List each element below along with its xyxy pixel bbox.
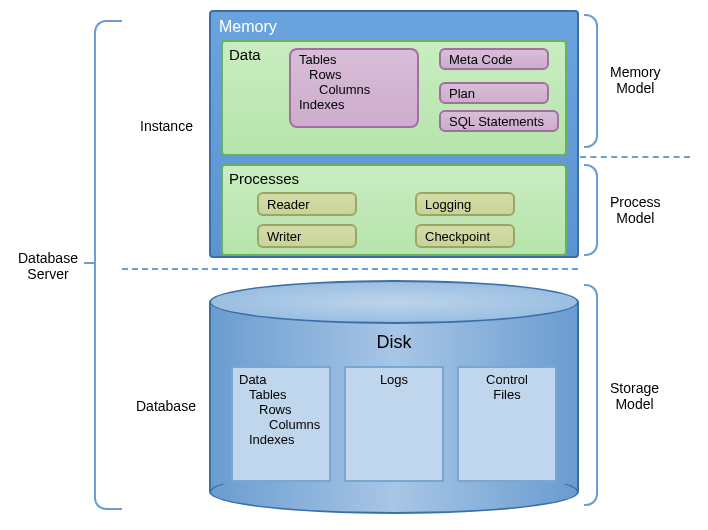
brace-tick	[84, 262, 96, 264]
sql-statements-box: SQL Statements	[439, 110, 559, 132]
bracket-process-model	[584, 164, 598, 256]
memory-title: Memory	[219, 18, 569, 36]
label-database: Database	[136, 398, 196, 414]
disk-data-l3: Rows	[239, 402, 323, 417]
data-box: Data Tables Rows Columns Indexes Meta Co…	[221, 40, 567, 156]
disk-logs-panel: Logs	[344, 366, 444, 482]
processes-box: Processes Reader Writer Logging Checkpoi…	[221, 164, 567, 256]
disk-data-l4: Columns	[239, 417, 323, 432]
label-database-server: Database Server	[18, 250, 78, 282]
columns-line: Columns	[299, 82, 409, 97]
cylinder-top	[209, 280, 579, 324]
disk-data-l2: Tables	[239, 387, 323, 402]
label-storage-model: Storage Model	[610, 380, 659, 412]
reader-box: Reader	[257, 192, 357, 216]
writer-box: Writer	[257, 224, 357, 248]
meta-code-box: Meta Code	[439, 48, 549, 70]
rows-line: Rows	[299, 67, 409, 82]
instance-box: Memory Data Tables Rows Columns Indexes …	[209, 10, 579, 258]
disk-data-l1: Data	[239, 372, 323, 387]
disk-cylinder: Disk Data Tables Rows Columns Indexes Lo…	[209, 280, 579, 510]
label-memory-model: Memory Model	[610, 64, 661, 96]
disk-control-panel: Control Files	[457, 366, 557, 482]
label-process-model: Process Model	[610, 194, 661, 226]
bracket-memory-model	[584, 14, 598, 148]
label-instance: Instance	[140, 118, 193, 134]
indexes-line: Indexes	[299, 97, 409, 112]
logging-box: Logging	[415, 192, 515, 216]
disk-title: Disk	[209, 332, 579, 353]
tables-box: Tables Rows Columns Indexes	[289, 48, 419, 128]
brace-database-server	[94, 20, 122, 510]
processes-title: Processes	[229, 170, 559, 187]
plan-box: Plan	[439, 82, 549, 104]
tables-line: Tables	[299, 52, 409, 67]
disk-data-l5: Indexes	[239, 432, 323, 447]
checkpoint-box: Checkpoint	[415, 224, 515, 248]
disk-data-panel: Data Tables Rows Columns Indexes	[231, 366, 331, 482]
bracket-storage-model	[584, 284, 598, 506]
dashed-memory-process	[580, 156, 690, 158]
dashed-instance-database	[122, 268, 578, 270]
